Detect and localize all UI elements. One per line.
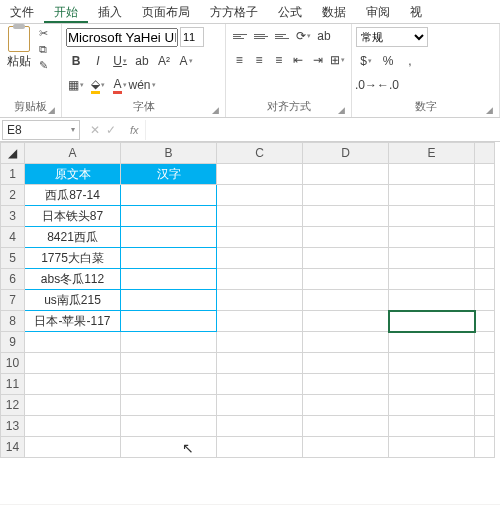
cell[interactable]: [389, 206, 475, 227]
cell[interactable]: [121, 311, 217, 332]
align-right-button[interactable]: ≡: [269, 50, 288, 70]
clipboard-launcher-icon[interactable]: ◢: [48, 105, 55, 115]
tab-formula[interactable]: 公式: [268, 0, 312, 23]
fx-icon[interactable]: fx: [124, 124, 145, 136]
cancel-icon[interactable]: ✕: [90, 123, 100, 137]
tab-review[interactable]: 审阅: [356, 0, 400, 23]
cell[interactable]: [389, 227, 475, 248]
cell[interactable]: [475, 227, 495, 248]
cell[interactable]: [303, 269, 389, 290]
cell[interactable]: [475, 353, 495, 374]
cell[interactable]: 日本铁头87: [25, 206, 121, 227]
comma-button[interactable]: ,: [400, 51, 420, 71]
cell[interactable]: [303, 395, 389, 416]
tab-layout[interactable]: 页面布局: [132, 0, 200, 23]
merge-button[interactable]: ⊞: [328, 50, 347, 70]
col-header[interactable]: D: [303, 143, 389, 164]
cell[interactable]: 原文本: [25, 164, 121, 185]
align-bottom-button[interactable]: [272, 26, 292, 46]
cell[interactable]: [217, 416, 303, 437]
cell[interactable]: [121, 185, 217, 206]
cell[interactable]: 西瓜87-14: [25, 185, 121, 206]
cell[interactable]: [475, 185, 495, 206]
cell[interactable]: [217, 311, 303, 332]
cell[interactable]: [475, 290, 495, 311]
decrease-decimal-button[interactable]: ←.0: [378, 75, 398, 95]
cell[interactable]: [217, 206, 303, 227]
cell[interactable]: [303, 416, 389, 437]
cell[interactable]: [303, 248, 389, 269]
paste-button[interactable]: 粘贴: [4, 26, 34, 70]
row-header[interactable]: 3: [1, 206, 25, 227]
cell[interactable]: [121, 332, 217, 353]
cell[interactable]: [475, 416, 495, 437]
cell[interactable]: [121, 416, 217, 437]
indent-dec-button[interactable]: ⇤: [289, 50, 308, 70]
accounting-button[interactable]: $: [356, 51, 376, 71]
cell[interactable]: [217, 395, 303, 416]
cell[interactable]: [303, 206, 389, 227]
cell[interactable]: [303, 185, 389, 206]
row-header[interactable]: 12: [1, 395, 25, 416]
col-header[interactable]: B: [121, 143, 217, 164]
cell[interactable]: [121, 269, 217, 290]
cell[interactable]: [389, 437, 475, 458]
copy-icon[interactable]: ⧉: [36, 42, 50, 56]
cell[interactable]: [389, 332, 475, 353]
font-grow-button[interactable]: A: [176, 51, 196, 71]
superscript-button[interactable]: A²: [154, 51, 174, 71]
cell[interactable]: [475, 437, 495, 458]
cell[interactable]: [475, 206, 495, 227]
cell[interactable]: [303, 290, 389, 311]
number-format-select[interactable]: 常规: [356, 27, 428, 47]
cell[interactable]: 8421西瓜: [25, 227, 121, 248]
cell[interactable]: [121, 206, 217, 227]
strike-button[interactable]: ab: [132, 51, 152, 71]
cell[interactable]: [475, 374, 495, 395]
row-header[interactable]: 7: [1, 290, 25, 311]
row-header[interactable]: 2: [1, 185, 25, 206]
cell[interactable]: [217, 374, 303, 395]
font-launcher-icon[interactable]: ◢: [212, 105, 219, 115]
align-middle-button[interactable]: [251, 26, 271, 46]
tab-data[interactable]: 数据: [312, 0, 356, 23]
cell[interactable]: 1775大白菜: [25, 248, 121, 269]
cell[interactable]: [25, 374, 121, 395]
row-header[interactable]: 14: [1, 437, 25, 458]
percent-button[interactable]: %: [378, 51, 398, 71]
cell[interactable]: [389, 185, 475, 206]
tab-view[interactable]: 视: [400, 0, 432, 23]
cell[interactable]: [217, 437, 303, 458]
cell[interactable]: [121, 290, 217, 311]
cell[interactable]: [475, 332, 495, 353]
col-header[interactable]: [475, 143, 495, 164]
cell[interactable]: [217, 353, 303, 374]
align-top-button[interactable]: [230, 26, 250, 46]
cell[interactable]: [389, 374, 475, 395]
cell[interactable]: [389, 416, 475, 437]
row-header[interactable]: 4: [1, 227, 25, 248]
row-header[interactable]: 1: [1, 164, 25, 185]
font-color-button[interactable]: A: [110, 75, 130, 95]
cell[interactable]: [389, 164, 475, 185]
font-name-select[interactable]: [66, 28, 178, 47]
format-painter-icon[interactable]: ✎: [36, 58, 50, 72]
row-header[interactable]: 5: [1, 248, 25, 269]
cell[interactable]: [25, 332, 121, 353]
cell[interactable]: [25, 395, 121, 416]
tab-home[interactable]: 开始: [44, 0, 88, 23]
cell[interactable]: [217, 164, 303, 185]
cell[interactable]: [303, 164, 389, 185]
cell[interactable]: [475, 248, 495, 269]
cell[interactable]: [303, 437, 389, 458]
row-header[interactable]: 8: [1, 311, 25, 332]
cell[interactable]: [303, 311, 389, 332]
cell[interactable]: abs冬瓜112: [25, 269, 121, 290]
wrap-text-button[interactable]: ab: [314, 26, 334, 46]
cell[interactable]: [475, 269, 495, 290]
cell[interactable]: [303, 332, 389, 353]
col-header[interactable]: C: [217, 143, 303, 164]
col-header[interactable]: E: [389, 143, 475, 164]
cell[interactable]: [25, 353, 121, 374]
cell[interactable]: [25, 416, 121, 437]
